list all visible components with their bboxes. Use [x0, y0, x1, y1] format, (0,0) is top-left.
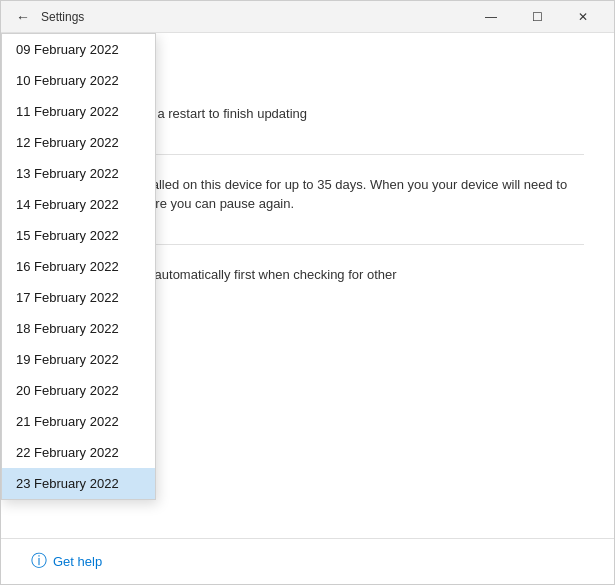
- dropdown-item[interactable]: 14 February 2022: [2, 189, 155, 220]
- dropdown-item[interactable]: 21 February 2022: [2, 406, 155, 437]
- dropdown-item[interactable]: 23 February 2022: [2, 468, 155, 499]
- dropdown-item[interactable]: 20 February 2022: [2, 375, 155, 406]
- dropdown-item[interactable]: 18 February 2022: [2, 313, 155, 344]
- dropdown-item[interactable]: 12 February 2022: [2, 127, 155, 158]
- dropdown-item[interactable]: 10 February 2022: [2, 65, 155, 96]
- footer: ⓘ Get help: [1, 538, 614, 584]
- title-bar: ← Settings — ☐ ✕: [1, 1, 614, 33]
- content-area: ed options hen your PC requires a restar…: [1, 33, 614, 538]
- dropdown-item[interactable]: 22 February 2022: [2, 437, 155, 468]
- window-title: Settings: [37, 10, 468, 24]
- dropdown-item[interactable]: 11 February 2022: [2, 96, 155, 127]
- dropdown-item[interactable]: 13 February 2022: [2, 158, 155, 189]
- get-help-link[interactable]: Get help: [53, 554, 102, 569]
- dropdown-item[interactable]: 09 February 2022: [2, 34, 155, 65]
- date-dropdown[interactable]: 09 February 202210 February 202211 Febru…: [1, 33, 156, 500]
- dropdown-item[interactable]: 16 February 2022: [2, 251, 155, 282]
- dropdown-item[interactable]: 15 February 2022: [2, 220, 155, 251]
- maximize-button[interactable]: ☐: [514, 1, 560, 33]
- window-controls: — ☐ ✕: [468, 1, 606, 33]
- back-button[interactable]: ←: [9, 3, 37, 31]
- settings-window: ← Settings — ☐ ✕ ed options hen your PC …: [0, 0, 615, 585]
- help-icon: ⓘ: [31, 551, 47, 572]
- dropdown-item[interactable]: 17 February 2022: [2, 282, 155, 313]
- minimize-button[interactable]: —: [468, 1, 514, 33]
- close-button[interactable]: ✕: [560, 1, 606, 33]
- dropdown-item[interactable]: 19 February 2022: [2, 344, 155, 375]
